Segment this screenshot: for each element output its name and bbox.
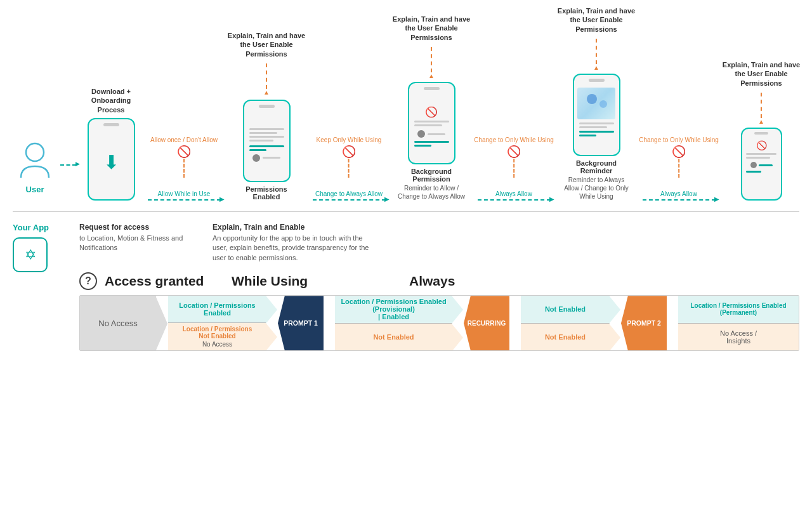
conn2-top-label: Keep Only While Using — [317, 136, 382, 143]
main-content: Request for access to Location, Motion &… — [79, 223, 799, 351]
desc-item-2: Explain, Train and Enable An opportunity… — [213, 223, 377, 263]
user-to-download-arrow: ▶ — [60, 164, 79, 166]
split-bottom-line2: Not Enabled — [183, 333, 252, 340]
bfs-prompt2: PROMPT 2 — [621, 296, 667, 350]
connector-1: Allow once / Don't Allow 🚫 Allow While i… — [143, 184, 225, 201]
desc-body-1: to Location, Motion & Fitness and Notifi… — [79, 234, 193, 253]
split-top-text: Location / Permissions Enabled — [174, 301, 260, 317]
bfs-final-col: Location / Permissions Enabled (Permanen… — [678, 296, 799, 350]
phone-bg-reminder — [573, 74, 620, 156]
bfs-mid-top: Location / Permissions Enabled (Provisio… — [335, 296, 452, 324]
above-label-3: Explain, Train and have the User Enable … — [555, 6, 638, 35]
above-label-2: Explain, Train and have the User Enable … — [390, 15, 473, 43]
desc-body-2: An opportunity for the app to be in touc… — [213, 234, 377, 263]
bfs-top-half: Location / Permissions Enabled — [168, 296, 266, 323]
phone-bg-permission: 🚫 — [408, 82, 455, 164]
svg-point-0 — [26, 143, 44, 161]
right-top-text: Not Enabled — [545, 305, 586, 313]
mid-top-line2: (Provisional) — [372, 305, 415, 313]
desc-item-1: Request for access to Location, Motion &… — [79, 223, 193, 263]
above-label-4: Explain, Train and have the User Enable … — [720, 60, 802, 89]
descriptions-row: Request for access to Location, Motion &… — [79, 223, 799, 263]
connector-3: Change to Only While Using 🚫 Always Allo… — [473, 184, 555, 201]
step-download: Download + Onboarding Process ⬇ — [79, 87, 143, 201]
app-icon-box: ✡ — [13, 237, 48, 272]
phone-final: 🚫 — [741, 128, 782, 201]
conn3-bottom-label: Always Allow — [495, 190, 532, 197]
phone-download: ⬇ — [88, 118, 135, 201]
top-flow: User ▶ Download + Onboarding Process ⬇ A… — [10, 6, 802, 201]
split-bottom-line3: No Access — [183, 341, 252, 348]
connector-4: Change to Only While Using 🚫 Always Allo… — [638, 184, 720, 201]
step-permissions: Explain, Train and have the User Enable … — [225, 31, 308, 201]
question-circle: ? — [79, 272, 97, 290]
user-actor: User — [10, 141, 60, 194]
access-head-always: Always — [409, 274, 455, 289]
step-permissions-label: Permissions Enabled — [235, 185, 298, 201]
step-bg-reminder: Explain, Train and have the User Enable … — [555, 6, 638, 201]
bfs-final-top: Location / Permissions Enabled (Permanen… — [678, 296, 799, 324]
desc-title-1: Request for access — [79, 223, 193, 232]
above-label-1: Explain, Train and have the User Enable … — [225, 31, 308, 60]
your-app-title: Your App — [13, 223, 49, 232]
final-bottom-line2: Insights — [720, 337, 757, 345]
mid-bottom-text: Not Enabled — [373, 333, 414, 341]
section-divider — [13, 211, 799, 212]
user-label: User — [26, 185, 44, 194]
conn1-bottom-label: Allow While in Use — [158, 190, 211, 197]
bfs-right-col: Not Enabled Not Enabled — [521, 296, 610, 350]
conn1-blocked-icon: 🚫 — [177, 145, 191, 159]
split-bottom-line1: Location / Permissions — [183, 326, 252, 333]
bottom-section: Your App ✡ Request for access to Locatio… — [0, 220, 812, 360]
bfs-bottom-half: Location / Permissions Not Enabled No Ac… — [168, 323, 266, 350]
step-reminder-sublabel: Reminder to Always Allow / Change to Onl… — [561, 176, 631, 201]
user-icon — [18, 141, 53, 182]
step-download-label: Download + Onboarding Process — [79, 87, 143, 114]
final-top-text: Location / Permissions Enabled (Permanen… — [683, 302, 794, 316]
bfs-middle-col: Location / Permissions Enabled (Provisio… — [335, 296, 452, 350]
mid-top-line1: Location / Permissions Enabled — [341, 298, 446, 305]
conn2-bottom-label: Change to Always Allow — [315, 190, 383, 197]
bfs-mid-bottom: Not Enabled — [335, 324, 452, 351]
conn1-top-label: Allow once / Don't Allow — [150, 136, 218, 143]
bfs-prompt1: PROMPT 1 — [278, 296, 324, 350]
final-bottom-line1: No Access / — [720, 329, 757, 337]
phone-permissions — [243, 100, 291, 182]
mid-top-line3: | Enabled — [378, 313, 409, 320]
top-section: User ▶ Download + Onboarding Process ⬇ A… — [0, 0, 812, 204]
bfs-no-access-left: No Access — [80, 296, 156, 350]
conn3-top-label: Change to Only While Using — [474, 136, 554, 143]
star-icon: ✡ — [25, 247, 36, 263]
bfs-right-top: Not Enabled — [521, 296, 610, 324]
your-app-sidebar: Your App ✡ — [13, 223, 67, 272]
access-header-section: ? Access granted While Using Always — [79, 272, 799, 290]
access-head-while-using: While Using — [232, 274, 409, 289]
flow-diagram: No Access Location / Permissions Enabled… — [79, 295, 799, 351]
step-bg-label: Background Permission — [396, 168, 466, 183]
right-bottom-text: Not Enabled — [545, 333, 586, 341]
access-head-granted: Access granted — [105, 274, 232, 289]
step-reminder-label: Background Reminder — [561, 159, 631, 175]
desc-title-2: Explain, Train and Enable — [213, 223, 377, 232]
connector-2: Keep Only While Using 🚫 Change to Always… — [308, 184, 390, 201]
bfs-right-bottom: Not Enabled — [521, 324, 610, 351]
step-final: Explain, Train and have the User Enable … — [720, 60, 802, 201]
bfs-split-col: Location / Permissions Enabled Location … — [168, 296, 266, 350]
step-bg-permission: Explain, Train and have the User Enable … — [390, 15, 473, 201]
step-bg-sublabel: Reminder to Allow / Change to Always All… — [396, 184, 466, 201]
bfs-recurring: RECURRING — [464, 296, 509, 350]
bfs-final-bottom: No Access / Insights — [678, 324, 799, 351]
